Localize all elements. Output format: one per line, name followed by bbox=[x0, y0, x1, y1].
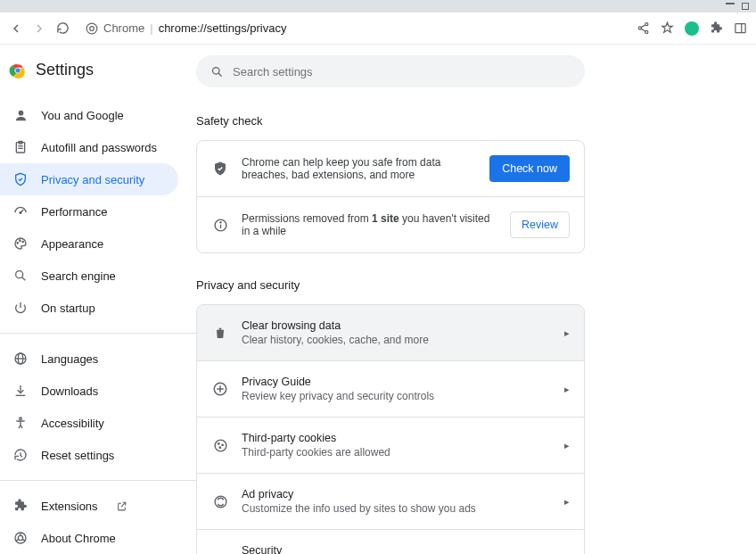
sidebar-item-search-engine[interactable]: Search engine bbox=[0, 260, 178, 292]
clear-browsing-data-row[interactable]: Clear browsing data Clear history, cooki… bbox=[197, 305, 584, 361]
svg-point-41 bbox=[219, 446, 220, 447]
search-icon bbox=[210, 65, 224, 79]
palette-icon bbox=[12, 236, 29, 252]
power-icon bbox=[12, 300, 29, 316]
privacy-card: Clear browsing data Clear history, cooki… bbox=[196, 304, 585, 554]
svg-point-34 bbox=[219, 221, 220, 222]
sidebar-item-label: Search engine bbox=[41, 269, 116, 283]
sidebar-item-label: Extensions bbox=[41, 500, 98, 513]
shield-icon bbox=[12, 171, 29, 187]
svg-point-39 bbox=[218, 442, 218, 443]
settings-search[interactable] bbox=[196, 55, 585, 87]
sidebar-item-label: Autofill and passwords bbox=[41, 141, 157, 154]
sidebar-item-you-and-google[interactable]: You and Google bbox=[0, 99, 178, 131]
settings-title: Settings bbox=[36, 61, 94, 79]
ad-icon bbox=[211, 492, 229, 510]
window-minimize-icon[interactable] bbox=[726, 3, 735, 4]
cookie-icon bbox=[211, 436, 229, 454]
sidebar-item-label: About Chrome bbox=[41, 532, 116, 545]
bookmark-icon[interactable] bbox=[661, 21, 674, 35]
safety-check-row: Chrome can help keep you safe from data … bbox=[197, 141, 584, 197]
clipboard-icon bbox=[12, 139, 29, 155]
svg-point-15 bbox=[20, 211, 21, 213]
sidebar-divider bbox=[0, 333, 196, 334]
chevron-right-icon: ▸ bbox=[564, 384, 570, 395]
svg-point-18 bbox=[22, 241, 23, 242]
safety-check-title: Safety check bbox=[196, 114, 585, 128]
search-icon bbox=[12, 268, 29, 284]
address-path: chrome://settings/privacy bbox=[159, 21, 287, 35]
sidebar-item-privacy[interactable]: Privacy and security bbox=[0, 163, 178, 195]
extension-badge-icon[interactable] bbox=[685, 21, 699, 36]
chrome-page-icon bbox=[86, 22, 98, 35]
svg-line-29 bbox=[22, 539, 25, 541]
address-bar[interactable]: Chrome | chrome://settings/privacy bbox=[78, 16, 628, 41]
share-icon[interactable] bbox=[637, 21, 650, 35]
svg-rect-5 bbox=[735, 24, 745, 33]
guide-icon bbox=[211, 380, 229, 398]
sidebar-item-reset[interactable]: Reset settings bbox=[0, 439, 178, 471]
svg-point-0 bbox=[86, 23, 97, 34]
restore-icon bbox=[12, 447, 29, 463]
back-button[interactable] bbox=[9, 21, 23, 36]
svg-point-10 bbox=[18, 110, 23, 115]
external-link-icon bbox=[116, 500, 127, 512]
row-primary: Ad privacy bbox=[242, 488, 552, 500]
sidebar-item-about[interactable]: About Chrome bbox=[0, 522, 178, 554]
check-now-button[interactable]: Check now bbox=[489, 155, 570, 182]
forward-button[interactable] bbox=[32, 21, 46, 36]
ad-privacy-row[interactable]: Ad privacy Customize the info used by si… bbox=[197, 474, 584, 530]
privacy-section-title: Privacy and security bbox=[196, 278, 585, 292]
speedometer-icon bbox=[12, 203, 29, 219]
side-panel-icon[interactable] bbox=[734, 21, 747, 35]
svg-point-17 bbox=[20, 240, 21, 241]
svg-point-19 bbox=[16, 271, 23, 278]
sidebar-item-appearance[interactable]: Appearance bbox=[0, 227, 178, 260]
row-primary: Security bbox=[242, 544, 552, 554]
row-secondary: Customize the info used by sites to show… bbox=[242, 502, 552, 515]
sidebar-item-extensions[interactable]: Extensions bbox=[0, 490, 178, 522]
sidebar-item-label: Downloads bbox=[41, 384, 98, 398]
sidebar-item-languages[interactable]: Languages bbox=[0, 343, 178, 375]
permissions-removed-row: Permissions removed from 1 site you have… bbox=[197, 197, 584, 252]
svg-point-40 bbox=[221, 444, 222, 445]
privacy-guide-row[interactable]: Privacy Guide Review key privacy and sec… bbox=[197, 361, 584, 418]
safety-check-text: Chrome can help keep you safe from data … bbox=[242, 156, 477, 181]
svg-line-20 bbox=[22, 277, 26, 281]
chevron-right-icon: ▸ bbox=[564, 327, 570, 339]
reload-button[interactable] bbox=[55, 21, 70, 36]
svg-point-16 bbox=[17, 243, 18, 244]
sidebar-item-label: Accessibility bbox=[41, 417, 104, 430]
shield-check-icon bbox=[211, 160, 229, 178]
sidebar-item-label: Languages bbox=[41, 352, 98, 366]
window-maximize-icon[interactable] bbox=[742, 3, 749, 10]
security-row[interactable]: Security Safe Browsing (protection from … bbox=[197, 530, 584, 554]
sidebar-item-accessibility[interactable]: Accessibility bbox=[0, 407, 178, 439]
settings-search-input[interactable] bbox=[233, 65, 571, 79]
trash-icon bbox=[211, 324, 229, 342]
safety-check-card: Chrome can help keep you safe from data … bbox=[196, 140, 585, 253]
row-primary: Third-party cookies bbox=[242, 432, 552, 444]
sidebar-divider bbox=[0, 480, 196, 481]
person-icon bbox=[12, 107, 29, 123]
row-secondary: Review key privacy and security controls bbox=[242, 390, 552, 402]
chevron-right-icon: ▸ bbox=[564, 496, 570, 508]
svg-point-38 bbox=[215, 440, 226, 451]
sidebar-item-label: On startup bbox=[41, 302, 95, 315]
download-icon bbox=[12, 383, 29, 399]
svg-point-30 bbox=[213, 67, 220, 74]
settings-sidebar: Settings You and Google Autofill and pas… bbox=[0, 45, 196, 554]
chevron-right-icon: ▸ bbox=[564, 440, 570, 451]
svg-point-1 bbox=[90, 26, 94, 30]
browser-toolbar: Chrome | chrome://settings/privacy bbox=[0, 12, 756, 45]
svg-point-24 bbox=[20, 418, 22, 420]
sidebar-item-performance[interactable]: Performance bbox=[0, 195, 178, 227]
sidebar-item-on-startup[interactable]: On startup bbox=[0, 292, 178, 324]
extensions-icon[interactable] bbox=[710, 21, 723, 35]
row-secondary: Third-party cookies are allowed bbox=[242, 446, 552, 459]
third-party-cookies-row[interactable]: Third-party cookies Third-party cookies … bbox=[197, 418, 584, 474]
sidebar-item-autofill[interactable]: Autofill and passwords bbox=[0, 131, 178, 163]
sidebar-item-label: Privacy and security bbox=[41, 173, 144, 186]
review-button[interactable]: Review bbox=[510, 211, 570, 238]
sidebar-item-downloads[interactable]: Downloads bbox=[0, 375, 178, 407]
